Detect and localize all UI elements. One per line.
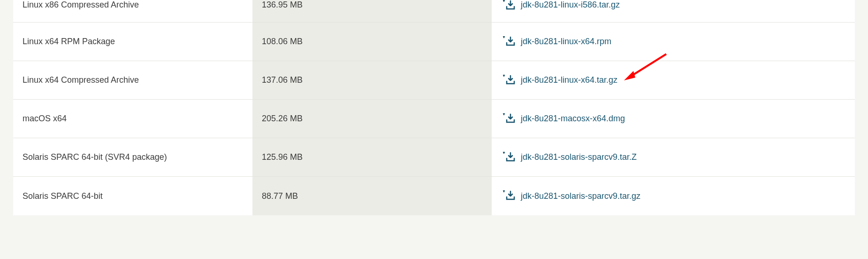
download-icon — [501, 75, 516, 86]
download-icon — [501, 0, 516, 11]
table-row: Solaris SPARC 64-bit 88.77 MB jdk-8u281-… — [13, 177, 855, 215]
download-link[interactable]: jdk-8u281-solaris-sparcv9.tar.gz — [521, 191, 640, 201]
download-cell: jdk-8u281-solaris-sparcv9.tar.gz — [492, 190, 855, 202]
download-link[interactable]: jdk-8u281-solaris-sparcv9.tar.Z — [521, 152, 637, 162]
download-link[interactable]: jdk-8u281-linux-x64.tar.gz — [521, 75, 617, 85]
product-name: Linux x64 RPM Package — [13, 37, 252, 47]
file-size: 136.95 MB — [252, 0, 492, 22]
table-row: Linux x64 Compressed Archive 137.06 MB j… — [13, 61, 855, 100]
download-cell: jdk-8u281-linux-x64.rpm — [492, 36, 855, 47]
file-size: 205.26 MB — [252, 100, 492, 138]
download-cell: jdk-8u281-solaris-sparcv9.tar.Z — [492, 152, 855, 163]
product-name: macOS x64 — [13, 114, 252, 124]
table-row: Solaris SPARC 64-bit (SVR4 package) 125.… — [13, 138, 855, 177]
file-size: 88.77 MB — [252, 177, 492, 215]
file-size: 108.06 MB — [252, 23, 492, 61]
download-cell: jdk-8u281-linux-i586.tar.gz — [492, 0, 855, 11]
download-cell: jdk-8u281-macosx-x64.dmg — [492, 113, 855, 125]
product-name: Linux x64 Compressed Archive — [13, 75, 252, 85]
product-name: Linux x86 Compressed Archive — [13, 0, 252, 10]
download-link[interactable]: jdk-8u281-linux-x64.rpm — [521, 37, 611, 47]
product-name: Solaris SPARC 64-bit (SVR4 package) — [13, 152, 252, 162]
table-row: macOS x64 205.26 MB jdk-8u281-macosx-x64… — [13, 100, 855, 138]
file-size: 125.96 MB — [252, 138, 492, 176]
table-row: Linux x64 RPM Package 108.06 MB jdk-8u28… — [13, 23, 855, 61]
download-icon — [501, 190, 516, 202]
download-icon — [501, 113, 516, 125]
download-link[interactable]: jdk-8u281-linux-i586.tar.gz — [521, 0, 620, 10]
download-icon — [501, 152, 516, 163]
product-name: Solaris SPARC 64-bit — [13, 191, 252, 201]
table-row: Linux x86 Compressed Archive 136.95 MB j… — [13, 0, 855, 23]
downloads-table: Linux x86 Compressed Archive 136.95 MB j… — [13, 0, 855, 215]
file-size: 137.06 MB — [252, 61, 492, 99]
download-link[interactable]: jdk-8u281-macosx-x64.dmg — [521, 114, 625, 124]
download-icon — [501, 36, 516, 47]
download-cell: jdk-8u281-linux-x64.tar.gz — [492, 75, 855, 86]
